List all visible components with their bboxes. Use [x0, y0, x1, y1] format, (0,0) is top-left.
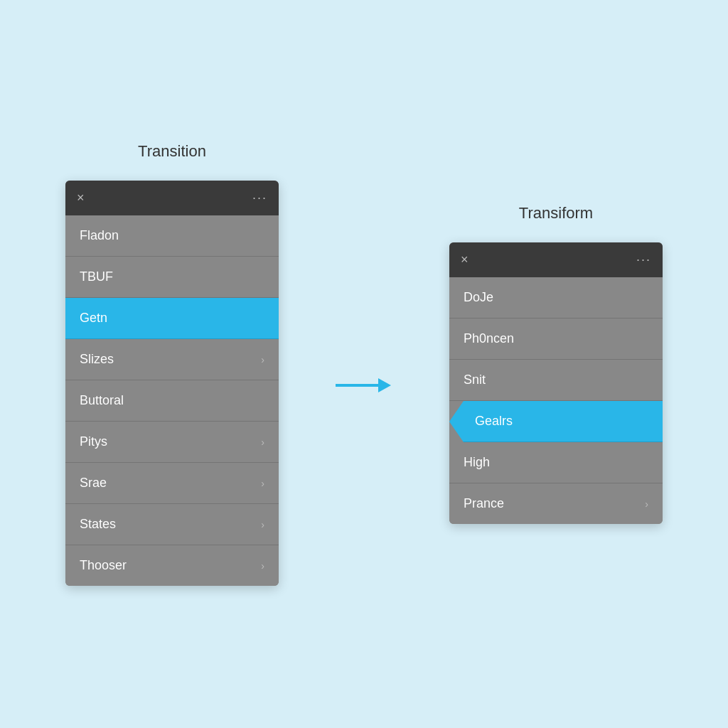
item-label: Getn — [80, 311, 107, 326]
item-label: Thooser — [80, 558, 127, 573]
left-panel-title: Transition — [138, 142, 206, 161]
chevron-icon: › — [261, 519, 264, 530]
left-panel-wrapper: Transition × ··· FladonTBUFGetnSlizes›Bu… — [65, 142, 279, 586]
left-list-item-thooser[interactable]: Thooser› — [65, 545, 279, 586]
left-panel: × ··· FladonTBUFGetnSlizes›ButtoralPitys… — [65, 181, 279, 586]
item-label: Fladon — [80, 228, 119, 243]
right-dots-icon[interactable]: ··· — [636, 252, 651, 267]
left-list-item-getn[interactable]: Getn — [65, 298, 279, 339]
right-list-item-phoncen[interactable]: Ph0ncen — [449, 318, 663, 360]
arrow-head — [378, 378, 391, 392]
transition-arrow — [336, 375, 392, 396]
right-close-icon[interactable]: × — [461, 252, 469, 267]
arrow-shape — [336, 375, 392, 396]
item-label: Srae — [80, 476, 107, 491]
left-list-item-tbuf[interactable]: TBUF — [65, 257, 279, 298]
left-list-item-pitys[interactable]: Pitys› — [65, 422, 279, 463]
left-panel-header: × ··· — [65, 181, 279, 215]
left-list: FladonTBUFGetnSlizes›ButtoralPitys›Srae›… — [65, 215, 279, 586]
right-list: DoJePh0ncenSnitGealrsHighPrance› — [449, 277, 663, 524]
right-list-item-snit[interactable]: Snit — [449, 360, 663, 401]
right-panel-wrapper: Transiform × ··· DoJePh0ncenSnitGealrsHi… — [449, 204, 663, 524]
item-label: TBUF — [80, 269, 113, 284]
item-label: Slizes — [80, 352, 114, 367]
left-list-item-fladon[interactable]: Fladon — [65, 215, 279, 257]
chevron-icon: › — [261, 560, 264, 572]
left-close-icon[interactable]: × — [77, 191, 85, 205]
item-label: Buttoral — [80, 393, 124, 408]
right-list-item-high[interactable]: High — [449, 442, 663, 483]
right-list-item-gealrs[interactable]: Gealrs — [449, 401, 663, 442]
right-panel-header: × ··· — [449, 242, 663, 277]
arrow-line — [336, 384, 378, 387]
left-list-item-states[interactable]: States› — [65, 504, 279, 545]
item-label: High — [464, 455, 490, 470]
item-label: Prance — [464, 496, 504, 511]
left-list-item-srae[interactable]: Srae› — [65, 463, 279, 504]
chevron-icon: › — [261, 354, 264, 365]
item-label: DoJe — [464, 290, 493, 305]
left-dots-icon[interactable]: ··· — [252, 191, 267, 205]
item-label: Snit — [464, 373, 486, 387]
chevron-icon: › — [645, 498, 648, 510]
right-panel: × ··· DoJePh0ncenSnitGealrsHighPrance› — [449, 242, 663, 524]
item-label: States — [80, 517, 116, 532]
item-label: Ph0ncen — [464, 331, 514, 346]
item-label: Pitys — [80, 434, 107, 449]
chevron-icon: › — [261, 478, 264, 489]
right-list-item-doje[interactable]: DoJe — [449, 277, 663, 318]
left-list-item-slizes[interactable]: Slizes› — [65, 339, 279, 380]
chevron-icon: › — [261, 437, 264, 448]
left-list-item-buttoral[interactable]: Buttoral — [65, 380, 279, 422]
right-list-item-prance[interactable]: Prance› — [449, 483, 663, 524]
right-panel-title: Transiform — [519, 204, 593, 223]
item-label: Gealrs — [475, 414, 513, 429]
